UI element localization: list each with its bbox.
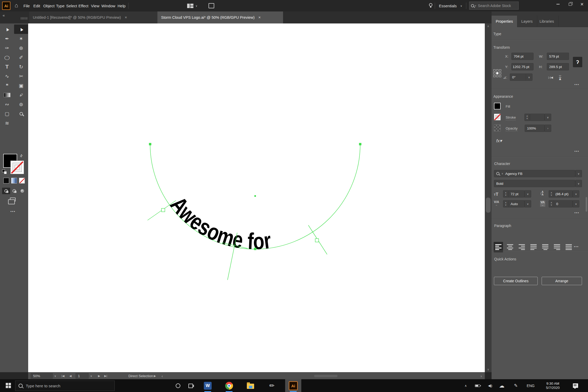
kerning-dropdown-icon[interactable]: ∨ [524,200,531,207]
magic-wand-tool[interactable]: ✶ [14,34,28,43]
close-tab-icon[interactable]: ✕ [125,16,127,19]
tab-properties[interactable]: Properties [492,16,517,27]
stroke-width-field[interactable] [530,114,544,121]
gradient-tool[interactable] [0,90,14,100]
pencil-app-icon[interactable]: ✏ [267,381,276,390]
h-field[interactable]: 289.5 pt [547,63,569,70]
menu-effect[interactable]: Effect [77,0,89,11]
layout-chevron-icon[interactable]: ∨ [194,0,198,11]
horizontal-scrollbar-thumb[interactable] [314,375,338,377]
leading-dropdown-icon[interactable]: ∨ [573,190,579,198]
anchor-point-left[interactable] [149,143,151,145]
transform-more-options[interactable]: ••• [574,83,579,87]
menu-window[interactable]: Window [100,0,116,11]
file-explorer-icon[interactable] [246,381,255,390]
arrange-documents-icon[interactable] [209,3,214,8]
x-field[interactable]: 704 pt [511,53,534,60]
arrange-button[interactable]: Arrange [542,277,582,285]
stroke-width-dropdown-icon[interactable]: ∨ [544,114,551,121]
word-icon[interactable]: W [203,381,212,390]
windows-ink-icon[interactable]: ✎ [511,379,520,392]
change-screen-mode-icon[interactable] [10,198,16,201]
zoom-level-field[interactable]: 50% [31,373,53,379]
font-style-field[interactable]: Bold [494,180,575,187]
eyedropper-tool[interactable]: ✑ [14,90,28,100]
create-outlines-button[interactable]: Create Outlines [494,277,538,285]
document-tab-untitled[interactable]: Untitled-1 [Recovered]* @ 50% (RGB/GPU P… [29,11,157,23]
font-style-dropdown-icon[interactable]: ∨ [575,180,582,187]
comment-tool[interactable]: ❝ [0,81,14,90]
flip-vertical-icon[interactable]: ▷|◀ [559,75,562,80]
app-logo-icon[interactable]: Ai [2,2,10,10]
curvature-tool[interactable]: ✑ [0,43,14,53]
onedrive-icon[interactable]: ☁ [497,379,507,392]
fx-button[interactable]: fx▾ [496,138,502,144]
anchor-point-bottom[interactable] [254,248,256,250]
menu-view[interactable]: View [90,0,100,11]
scroll-down-icon[interactable]: ∨ [485,368,492,371]
kerning-stepper[interactable]: ∧∨ [503,200,509,207]
action-center-icon[interactable] [570,379,581,392]
battery-icon[interactable] [473,379,482,392]
direct-selection-tool[interactable]: ▲ [14,24,28,34]
object-center-point[interactable] [254,195,256,197]
constrain-proportions-icon[interactable]: ʔ [573,57,582,67]
menu-file[interactable]: File [22,0,31,11]
tracking-field[interactable]: 0 [554,200,573,207]
paintbrush-tool[interactable]: ✐ [14,53,28,62]
fill-label[interactable]: Fill [506,105,510,108]
last-artboard-icon[interactable]: ▶| [104,373,107,379]
artboard-number-field[interactable]: 1 [76,373,89,379]
reference-point-selector[interactable] [493,69,501,77]
task-view-icon[interactable] [186,381,195,390]
adobe-stock-search[interactable]: ∨ Search Adobe Stock [469,2,519,10]
paragraph-more-options[interactable]: ••• [574,245,579,249]
none-mode-button[interactable] [19,178,25,183]
toolbar-grip[interactable] [21,17,28,20]
font-family-dropdown-icon[interactable]: ∨ [575,170,582,177]
scroll-up-icon[interactable]: ∧ [485,24,492,28]
scroll-right-icon[interactable]: › [481,373,482,379]
scissors-tool[interactable]: ✂ [14,71,28,81]
scroll-left-icon[interactable]: ‹ [162,373,163,379]
chrome-icon[interactable] [225,381,234,390]
character-more-options[interactable]: ••• [574,211,579,215]
width-tool[interactable]: ∾ [0,100,14,109]
curved-text[interactable]: Awesome for [166,192,273,254]
status-menu-arrow-icon[interactable]: ▶ [154,373,156,379]
fill-color-swatch[interactable] [494,103,501,109]
opacity-flyout-icon[interactable]: › [544,125,551,132]
artboard[interactable]: Awesome for [28,23,485,372]
prev-artboard-icon[interactable]: ◀ [69,373,71,379]
blend-tool[interactable]: ⊚ [14,100,28,109]
stroke-color-swatch[interactable] [494,114,501,120]
swap-fill-stroke-icon[interactable]: ⇄ [19,153,23,158]
illustrator-taskbar-icon[interactable]: Ai [289,381,298,390]
discover-lightbulb-icon[interactable] [429,3,432,7]
minimize-button[interactable] [552,0,564,8]
selection-tool[interactable]: ▲ [0,24,14,34]
gradient-mode-button[interactable] [11,178,17,183]
menu-object[interactable]: Object [42,0,56,11]
shaper-tool[interactable]: ⊛ [14,43,28,53]
taskbar-search[interactable]: Type here to search [15,381,115,391]
pen-tool[interactable]: ✒ [0,34,14,43]
draw-behind-button[interactable] [10,188,18,194]
workspace-switcher[interactable]: Essentials [438,0,458,11]
shape-builder-tool[interactable]: ▣ [14,81,28,90]
tracking-stepper[interactable]: ∧∨ [549,200,554,207]
default-fill-stroke-icon[interactable] [2,169,7,175]
language-indicator[interactable]: ENG [525,379,536,392]
angle-dropdown-icon[interactable]: ∨ [526,74,532,81]
collapse-panels-icon[interactable]: « [3,13,5,17]
font-size-field[interactable]: 72 pt [508,190,524,198]
workspace-chevron-icon[interactable]: ∨ [459,0,463,11]
end-bracket-handle[interactable] [315,239,319,242]
ellipse-tool[interactable]: ◯ [0,53,14,62]
vertical-scrollbar-thumb[interactable] [486,198,491,213]
restore-button[interactable] [564,0,576,8]
leading-stepper[interactable]: ∧∨ [549,190,554,198]
appearance-more-options[interactable]: ••• [574,150,579,153]
start-bracket-handle[interactable] [162,209,165,212]
edit-toolbar-ellipsis[interactable]: ••• [10,210,16,213]
